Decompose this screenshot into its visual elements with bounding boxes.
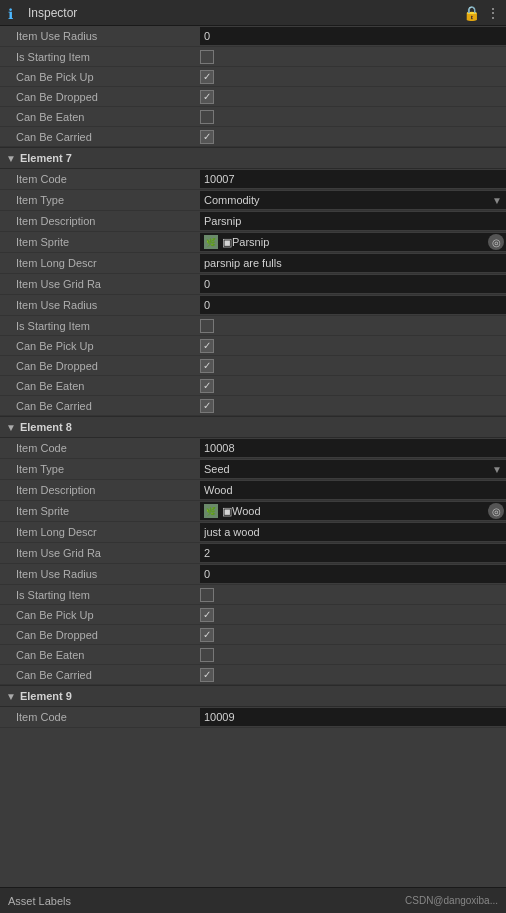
checkbox[interactable] bbox=[200, 608, 214, 622]
field-input[interactable] bbox=[200, 708, 506, 726]
checkbox[interactable] bbox=[200, 588, 214, 602]
field-row: Can Be Carried bbox=[0, 396, 506, 416]
field-label: Item Use Radius bbox=[0, 568, 200, 580]
field-row: Item Code bbox=[0, 169, 506, 190]
field-label: Item Code bbox=[0, 173, 200, 185]
inspector-icon: ℹ bbox=[8, 6, 22, 20]
field-input[interactable] bbox=[200, 170, 506, 188]
field-row: Can Be Pick Up bbox=[0, 336, 506, 356]
checkbox[interactable] bbox=[200, 70, 214, 84]
field-row: Can Be Dropped bbox=[0, 625, 506, 645]
field-label: Can Be Pick Up bbox=[0, 609, 200, 621]
field-select[interactable]: CommoditySeedToolWeapon bbox=[200, 460, 506, 478]
field-row: Item Sprite🌿▣Wood◎ bbox=[0, 501, 506, 522]
sprite-name: ▣Parsnip bbox=[222, 236, 502, 249]
bottom-bar: Asset Labels CSDN@dangoxiba... bbox=[0, 887, 506, 913]
checkbox[interactable] bbox=[200, 359, 214, 373]
field-input[interactable] bbox=[200, 275, 506, 293]
field-label: Item Sprite bbox=[0, 236, 200, 248]
checkbox[interactable] bbox=[200, 319, 214, 333]
field-label: Can Be Dropped bbox=[0, 91, 200, 103]
field-select-wrapper: CommoditySeedToolWeapon▼ bbox=[200, 460, 506, 478]
field-row: Is Starting Item bbox=[0, 316, 506, 336]
field-label: Is Starting Item bbox=[0, 320, 200, 332]
sprite-select-button[interactable]: ◎ bbox=[488, 234, 504, 250]
field-input[interactable] bbox=[200, 523, 506, 541]
sprite-wrapper: 🌿▣Wood◎ bbox=[200, 502, 506, 520]
checkbox[interactable] bbox=[200, 628, 214, 642]
field-row: Is Starting Item bbox=[0, 585, 506, 605]
field-input[interactable] bbox=[200, 254, 506, 272]
checkbox[interactable] bbox=[200, 130, 214, 144]
field-select[interactable]: CommoditySeedToolWeapon bbox=[200, 191, 506, 209]
field-row: Item Description bbox=[0, 211, 506, 232]
field-input[interactable] bbox=[200, 212, 506, 230]
field-input[interactable] bbox=[200, 544, 506, 562]
field-label: Can Be Dropped bbox=[0, 629, 200, 641]
field-row: Item TypeCommoditySeedToolWeapon▼ bbox=[0, 190, 506, 211]
field-input[interactable] bbox=[200, 481, 506, 499]
field-label: Item Use Radius bbox=[0, 30, 200, 42]
field-label: Item Code bbox=[0, 711, 200, 723]
section-header[interactable]: ▼Element 9 bbox=[0, 685, 506, 707]
collapse-arrow-icon: ▼ bbox=[6, 153, 16, 164]
field-label: Item Code bbox=[0, 442, 200, 454]
field-row: Item Long Descr bbox=[0, 253, 506, 274]
collapse-arrow-icon: ▼ bbox=[6, 691, 16, 702]
field-row: Item Use Grid Ra bbox=[0, 274, 506, 295]
field-row: Can Be Eaten bbox=[0, 645, 506, 665]
sprite-thumbnail: 🌿 bbox=[204, 235, 218, 249]
field-row: Can Be Dropped bbox=[0, 87, 506, 107]
checkbox[interactable] bbox=[200, 648, 214, 662]
field-label: Item Long Descr bbox=[0, 257, 200, 269]
field-label: Can Be Eaten bbox=[0, 111, 200, 123]
watermark-text: CSDN@dangoxiba... bbox=[405, 895, 498, 906]
lock-button[interactable]: 🔒 bbox=[463, 5, 480, 21]
checkbox[interactable] bbox=[200, 399, 214, 413]
field-label: Item Sprite bbox=[0, 505, 200, 517]
field-row: Can Be Carried bbox=[0, 127, 506, 147]
field-label: Item Use Radius bbox=[0, 299, 200, 311]
field-row: Item Use Radius bbox=[0, 26, 506, 47]
menu-button[interactable]: ⋮ bbox=[486, 5, 500, 21]
checkbox[interactable] bbox=[200, 668, 214, 682]
sprite-thumbnail: 🌿 bbox=[204, 504, 218, 518]
field-label: Item Description bbox=[0, 215, 200, 227]
field-label: Is Starting Item bbox=[0, 51, 200, 63]
field-label: Can Be Pick Up bbox=[0, 71, 200, 83]
field-row: Item Use Grid Ra bbox=[0, 543, 506, 564]
checkbox[interactable] bbox=[200, 90, 214, 104]
title-bar: ℹ Inspector 🔒 ⋮ bbox=[0, 0, 506, 26]
field-label: Can Be Eaten bbox=[0, 380, 200, 392]
checkbox[interactable] bbox=[200, 379, 214, 393]
field-row: Can Be Dropped bbox=[0, 356, 506, 376]
field-label: Item Use Grid Ra bbox=[0, 547, 200, 559]
collapse-arrow-icon: ▼ bbox=[6, 422, 16, 433]
section-header[interactable]: ▼Element 8 bbox=[0, 416, 506, 438]
asset-labels-text: Asset Labels bbox=[8, 895, 71, 907]
checkbox[interactable] bbox=[200, 110, 214, 124]
field-input[interactable] bbox=[200, 565, 506, 583]
field-row: Can Be Eaten bbox=[0, 107, 506, 127]
field-input[interactable] bbox=[200, 439, 506, 457]
checkbox[interactable] bbox=[200, 339, 214, 353]
section-title: Element 8 bbox=[20, 421, 72, 433]
field-label: Item Type bbox=[0, 463, 200, 475]
field-select-wrapper: CommoditySeedToolWeapon▼ bbox=[200, 191, 506, 209]
title-bar-actions: 🔒 ⋮ bbox=[463, 5, 500, 21]
section-header[interactable]: ▼Element 7 bbox=[0, 147, 506, 169]
field-label: Can Be Carried bbox=[0, 400, 200, 412]
sprite-select-button[interactable]: ◎ bbox=[488, 503, 504, 519]
field-input[interactable] bbox=[200, 296, 506, 314]
title-bar-title: Inspector bbox=[28, 6, 77, 20]
field-label: Can Be Dropped bbox=[0, 360, 200, 372]
checkbox[interactable] bbox=[200, 50, 214, 64]
field-row: Is Starting Item bbox=[0, 47, 506, 67]
sprite-name: ▣Wood bbox=[222, 505, 502, 518]
field-label: Item Use Grid Ra bbox=[0, 278, 200, 290]
field-label: Can Be Carried bbox=[0, 131, 200, 143]
field-label: Can Be Carried bbox=[0, 669, 200, 681]
field-row: Item TypeCommoditySeedToolWeapon▼ bbox=[0, 459, 506, 480]
field-input[interactable] bbox=[200, 27, 506, 45]
field-label: Item Long Descr bbox=[0, 526, 200, 538]
